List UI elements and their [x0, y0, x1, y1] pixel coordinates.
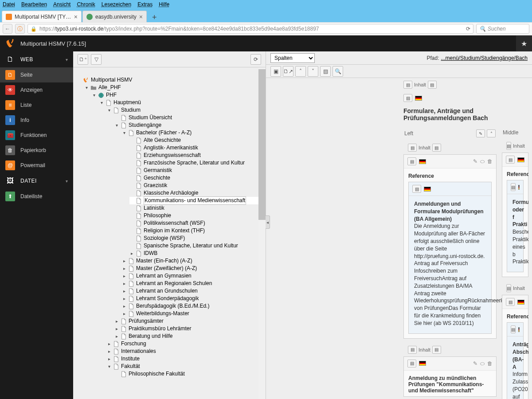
tree-item[interactable]: ▸ IDWB: [129, 250, 266, 257]
url-field[interactable]: 🔒 https://typo3.uni-rostock.de/typo3/ind…: [27, 24, 473, 34]
chevron-down-icon[interactable]: ▾: [107, 106, 111, 114]
close-icon[interactable]: ×: [74, 13, 78, 20]
chevron-right-icon[interactable]: ▸: [122, 302, 126, 310]
chevron-right-icon[interactable]: ▸: [122, 265, 126, 272]
collapse-icon[interactable]: ˄: [487, 129, 496, 137]
toolbar-button[interactable]: 🗋↗: [283, 66, 293, 77]
tree-item[interactable]: ▸ Lehramt Sonderpädagogik: [122, 295, 266, 302]
chevron-right-icon[interactable]: ▸: [114, 325, 119, 332]
content-element[interactable]: ▤ ✎ ⬭ 🗑 Anmeldung zu mündlichen Prüfunge…: [403, 356, 497, 397]
tree-item[interactable]: ▸ Institute: [107, 355, 266, 363]
tree-item[interactable]: ▸ Studium Übersicht: [114, 114, 266, 121]
chevron-right-icon[interactable]: ▸: [122, 287, 126, 295]
tree-item[interactable]: ▸ Lehramt an Gymnasien: [122, 272, 266, 280]
reload-icon[interactable]: ⟳: [466, 26, 470, 32]
refresh-button[interactable]: ⟳: [250, 54, 261, 65]
identity-button[interactable]: ⓘ: [15, 24, 25, 34]
edit-icon[interactable]: ✎: [473, 158, 477, 164]
toolbar-button[interactable]: ▤: [320, 66, 331, 77]
module-filelist[interactable]: ⬆ Dateiliste: [0, 189, 73, 204]
splitter-handle[interactable]: ◂: [266, 215, 270, 229]
tree-item[interactable]: ▾ Studiengänge: [114, 121, 266, 129]
chevron-right-icon[interactable]: ▸: [107, 348, 111, 355]
toolbar-button-up[interactable]: ˄: [295, 66, 306, 77]
tree-item[interactable]: ▸ Anglistik- Amerikanistik: [129, 144, 266, 152]
tree-item[interactable]: ▸ Spanische Sprache, Literatur und Kultu…: [129, 242, 266, 250]
edit-icon[interactable]: ✎: [476, 129, 485, 137]
tree-item[interactable]: ▸ Lehramt an Regionalen Schulen: [122, 280, 266, 287]
tree-scrollbar[interactable]: [258, 67, 266, 399]
tree-item[interactable]: ▸ Prüfungsämter: [114, 317, 266, 325]
close-icon[interactable]: ×: [139, 13, 143, 20]
chevron-right-icon[interactable]: ▸: [122, 272, 126, 280]
tree-item[interactable]: ▸ Alte Geschichte: [129, 137, 266, 144]
content-element[interactable]: ▤ ✎ ⬭ 🗑 Reference: [403, 154, 497, 339]
tree-item[interactable]: ▸ Berufspädagogik (B.Ed./M.Ed.): [122, 302, 266, 310]
page-tree[interactable]: ▸ Multiportal HSMV ▾ Alle_PHF ▾ PHF ▾ Ha…: [73, 67, 266, 399]
new-tab-button[interactable]: +: [148, 13, 161, 22]
chevron-right-icon[interactable]: ▸: [129, 250, 134, 257]
menu-chronik[interactable]: Chronik: [77, 1, 95, 8]
delete-icon[interactable]: 🗑: [487, 158, 493, 164]
chevron-right-icon[interactable]: ▸: [122, 257, 126, 265]
new-page-button[interactable]: 🗋⁺: [78, 54, 88, 65]
tree-item[interactable]: ▸ Politikwissenschaft (WSF): [129, 219, 266, 227]
module-view[interactable]: 👁 Anzeigen: [0, 82, 73, 98]
chevron-down-icon[interactable]: ▾: [122, 129, 126, 137]
edit-button[interactable]: ▤: [403, 94, 412, 102]
module-group-web[interactable]: 🗋 WEB ▾: [0, 51, 73, 67]
toggle-icon[interactable]: ⬭: [480, 158, 485, 164]
menu-hilfe[interactable]: Hilfe: [159, 1, 169, 8]
tree-item[interactable]: ▸ Germanistik: [129, 167, 266, 174]
tree-item[interactable]: ▸ Forschung: [107, 340, 266, 348]
tree-item[interactable]: ▾ Studium: [107, 106, 266, 114]
module-func[interactable]: 🧰 Funktionen: [0, 128, 73, 143]
toolbar-button[interactable]: ▣: [270, 66, 281, 77]
chevron-down-icon[interactable]: ▾: [107, 363, 111, 370]
tree-item[interactable]: ▾ Bachelor (Fächer - A-Z): [122, 129, 266, 137]
tree-item[interactable]: ▸ Philosophie: [129, 212, 266, 219]
tree-item[interactable]: ▸ Master (Ein-Fach) (A-Z): [122, 257, 266, 265]
edit-icon[interactable]: ✎: [473, 360, 477, 367]
tree-item[interactable]: ▸ Klassische Archäologie: [129, 189, 266, 197]
content-element[interactable]: ▤ Reference ▤ Anträg Abschl (BA-A Inform…: [502, 295, 528, 399]
menu-bearbeiten[interactable]: Bearbeiten: [21, 1, 47, 8]
chevron-down-icon[interactable]: ▾: [84, 84, 89, 91]
chevron-right-icon[interactable]: ▸: [122, 280, 126, 287]
tree-item[interactable]: ▾ Fakultät: [107, 363, 266, 370]
tree-item[interactable]: ▾ PHF: [92, 91, 266, 99]
tree-item[interactable]: ▸ Französische Sprache, Literatur und Ku…: [129, 159, 266, 167]
browser-tab[interactable]: easydb.university ×: [82, 11, 147, 22]
add-content-button[interactable]: ▤: [408, 144, 417, 152]
chevron-right-icon[interactable]: ▸: [122, 310, 126, 317]
toolbar-button-down[interactable]: ˅: [308, 66, 318, 77]
tree-item[interactable]: ▸ Weiterbildungs-Master: [122, 310, 266, 317]
tree-item[interactable]: ▸ Praktikumsbüro Lehrämter: [114, 325, 266, 332]
tree-item[interactable]: ▸ Philosophische Fakultät: [114, 370, 266, 378]
tree-item[interactable]: ▸ Erziehungswissenschaft: [129, 152, 266, 159]
tree-item[interactable]: ▸ Kommunikations- und Medienwissenschaft: [129, 197, 266, 204]
back-button[interactable]: ←: [3, 24, 12, 34]
add-content-button[interactable]: ▤: [432, 144, 441, 152]
module-info[interactable]: i Info: [0, 113, 73, 128]
module-page[interactable]: 🗋 Seite: [0, 67, 73, 82]
add-content-button[interactable]: ▤: [428, 81, 437, 89]
tree-root[interactable]: ▸ Multiportal HSMV: [77, 76, 266, 84]
module-powermail[interactable]: @ Powermail: [0, 158, 73, 173]
chevron-right-icon[interactable]: ▸: [114, 332, 119, 340]
view-mode-select[interactable]: Spalten: [270, 53, 315, 63]
path-link[interactable]: ...menü/Studium/Studiengänge/Bach: [441, 55, 528, 61]
menu-extras[interactable]: Extras: [137, 1, 153, 8]
tree-item[interactable]: ▸ Internationales: [107, 348, 266, 355]
filter-button[interactable]: ▽: [91, 54, 102, 65]
menu-lesezeichen[interactable]: Lesezeichen: [102, 1, 131, 8]
add-content-button[interactable]: ▤: [506, 284, 511, 292]
menu-datei[interactable]: Datei: [3, 1, 15, 8]
delete-icon[interactable]: 🗑: [487, 360, 493, 367]
tree-item[interactable]: ▾ Hauptmenü: [99, 99, 266, 106]
tree-item[interactable]: ▸ Soziologie (WSF): [129, 235, 266, 242]
chevron-right-icon[interactable]: ▸: [114, 317, 119, 325]
menu-ansicht[interactable]: Ansicht: [53, 1, 70, 8]
tree-item[interactable]: ▸ Geschichte: [129, 174, 266, 182]
tree-item[interactable]: ▸ Religion im Kontext (THF): [129, 227, 266, 235]
